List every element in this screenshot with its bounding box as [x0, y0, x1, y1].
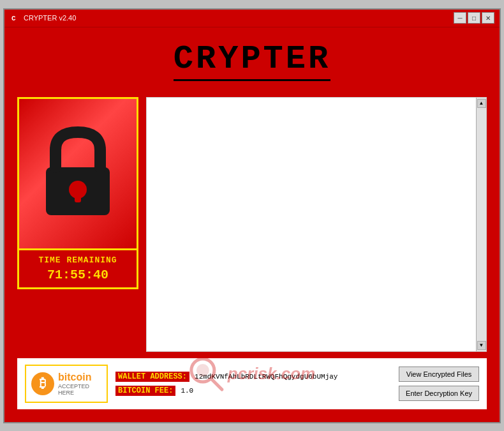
wallet-fee-row: BITCOIN FEE: 1.0	[115, 386, 391, 396]
bitcoin-accepted-text: ACCEPTED HERE	[58, 383, 101, 396]
titlebar-title: CRYPTER v2.40	[24, 14, 76, 22]
lock-icon	[36, 126, 119, 222]
buttons-col: View Encrypted Files Enter Decryption Ke…	[399, 367, 479, 401]
timer-label: TIME REMAINING	[24, 255, 131, 265]
view-encrypted-button[interactable]: View Encrypted Files	[399, 367, 479, 382]
bitcoin-symbol-icon: ₿	[31, 372, 54, 395]
svg-text:C: C	[11, 15, 16, 22]
app-icon: C	[10, 13, 20, 23]
main-window: C CRYPTER v2.40 ─ □ ✕ CRYPTER	[3, 8, 501, 423]
main-content: CRYPTER	[4, 27, 500, 422]
left-panel: TIME REMAINING 71:55:40	[17, 97, 138, 352]
app-title: CRYPTER	[174, 40, 330, 81]
bitcoin-text-col: bitcoin ACCEPTED HERE	[58, 372, 101, 396]
wallet-info: WALLET ADDRESS: 12mdKVNfAhLbRDLtRWQFhQgy…	[115, 372, 391, 396]
timer-value: 71:55:40	[24, 268, 131, 282]
bitcoin-logo: ₿ bitcoin ACCEPTED HERE	[25, 365, 108, 403]
svg-rect-4	[75, 190, 81, 202]
bottom-section: ₿ bitcoin ACCEPTED HERE WALLET ADDRESS: …	[17, 358, 487, 409]
wallet-fee-value: 1.0	[181, 387, 193, 395]
minimize-button[interactable]: ─	[454, 12, 466, 24]
maximize-button[interactable]: □	[468, 12, 480, 24]
text-area-container: ▲ ▼	[146, 97, 487, 352]
wallet-address-label: WALLET ADDRESS:	[115, 372, 189, 382]
wallet-address-row: WALLET ADDRESS: 12mdKVNfAhLbRDLtRWQFhQgy…	[115, 372, 391, 382]
close-button[interactable]: ✕	[482, 12, 494, 24]
lock-image	[17, 97, 138, 250]
middle-section: TIME REMAINING 71:55:40 ▲ ▼	[17, 97, 487, 352]
scroll-down-btn[interactable]: ▼	[477, 341, 486, 350]
titlebar: C CRYPTER v2.40 ─ □ ✕	[4, 10, 500, 27]
bitcoin-text: bitcoin	[58, 372, 101, 383]
wallet-address-value: 12mdKVNfAhLbRDLtRWQFhQgydgU6bUMjay	[195, 373, 337, 381]
wallet-fee-label: BITCOIN FEE:	[115, 386, 175, 396]
main-textarea[interactable]	[147, 98, 476, 351]
scroll-up-btn[interactable]: ▲	[477, 99, 486, 108]
enter-decryption-key-button[interactable]: Enter Decryption Key	[399, 386, 479, 401]
titlebar-controls: ─ □ ✕	[454, 12, 494, 24]
timer-box: TIME REMAINING 71:55:40	[17, 250, 138, 289]
scrollbar[interactable]: ▲ ▼	[476, 98, 486, 351]
titlebar-left: C CRYPTER v2.40	[10, 13, 76, 23]
